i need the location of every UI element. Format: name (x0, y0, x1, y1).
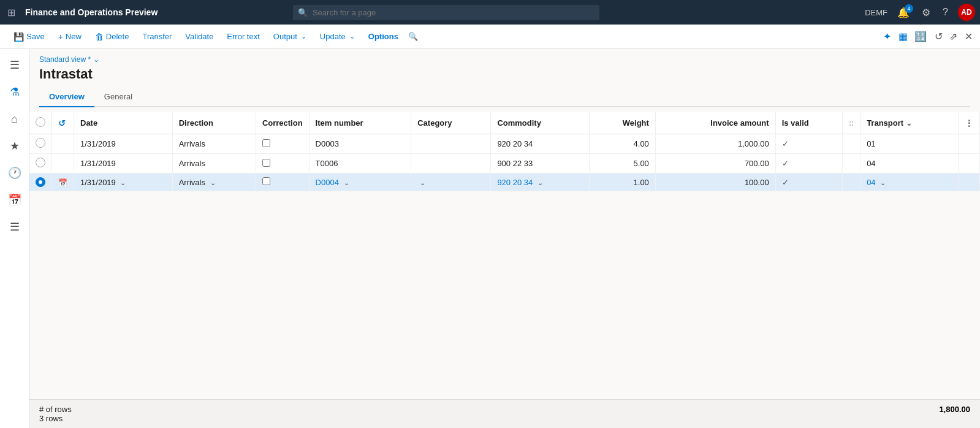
row2-is-valid: ✓ (775, 154, 843, 174)
error-text-button[interactable]: Error text (221, 29, 265, 44)
col-invoice-amount[interactable]: Invoice amount (655, 112, 775, 134)
transport-drag-icon[interactable]: :: (849, 119, 854, 128)
col-transport-resize[interactable] (955, 112, 958, 134)
col-item-number-resize[interactable] (408, 112, 411, 134)
workspaces-icon[interactable]: 📅 (4, 189, 26, 211)
output-button[interactable]: Output (267, 29, 313, 44)
col-transport[interactable]: Transport ⌄ (860, 112, 959, 134)
search-input[interactable] (293, 5, 599, 20)
tab-count-icon[interactable]: 🔢 (914, 31, 929, 42)
row3-transport-dropdown[interactable]: ⌄ (880, 179, 886, 186)
col-commodity[interactable]: Commodity (491, 112, 590, 134)
rows-count: 3 rows (39, 414, 72, 423)
row1-transport: 01 (860, 134, 959, 154)
row2-radio[interactable] (36, 158, 45, 167)
row3-commodity-dropdown[interactable]: ⌄ (537, 179, 543, 186)
row3-correction-checkbox[interactable] (262, 177, 270, 185)
recent-icon[interactable]: 🕐 (4, 162, 26, 184)
sidebar-collapse-icon[interactable]: ☰ (4, 54, 26, 76)
tab-general[interactable]: General (94, 87, 142, 107)
row3-selector-cell[interactable] (29, 174, 52, 191)
transport-sort-icon[interactable]: ⌄ (906, 119, 912, 128)
open-external-icon[interactable]: ⇗ (949, 31, 957, 42)
row2-correction[interactable] (256, 154, 309, 174)
row1-selector-cell[interactable] (29, 134, 52, 154)
top-navigation: ⊞ Finance and Operations Preview 🔍 DEMF … (0, 0, 980, 25)
row3-direction[interactable]: Arrivals ⌄ (172, 174, 256, 191)
row2-weight: 5.00 (590, 154, 656, 174)
grid-view-icon[interactable]: ▦ (898, 31, 908, 42)
favorites-icon[interactable]: ★ (4, 135, 26, 157)
col-direction[interactable]: Direction (172, 112, 256, 134)
row3-radio[interactable] (36, 177, 45, 187)
row3-item-number[interactable]: D0004 ⌄ (309, 174, 411, 191)
col-weight[interactable]: Weight (590, 112, 656, 134)
view-selector[interactable]: Standard view * ⌄ (39, 55, 970, 64)
row2-selector-cell[interactable] (29, 154, 52, 174)
col-correction-resize[interactable] (306, 112, 309, 134)
save-button[interactable]: 💾 Save (7, 29, 51, 44)
app-layout: ☰ ⚗ ⌂ ★ 🕐 📅 ☰ Standard view * ⌄ Intrasta… (0, 49, 980, 428)
row3-commodity[interactable]: 920 20 34 ⌄ (491, 174, 590, 191)
help-icon[interactable]: ? (940, 6, 951, 19)
row3-correction[interactable] (256, 174, 309, 191)
row2-item-number: T0006 (309, 154, 411, 174)
transfer-button[interactable]: Transfer (136, 29, 178, 44)
refresh-page-icon[interactable]: ↺ (935, 31, 943, 42)
row3-transport[interactable]: 04 ⌄ (860, 174, 959, 191)
search-toolbar-icon[interactable]: 🔍 (408, 32, 418, 41)
new-icon: + (58, 32, 63, 42)
settings-icon[interactable]: ⚙ (919, 6, 933, 20)
col-weight-resize[interactable] (653, 112, 655, 134)
row3-refresh-cell[interactable]: 📅 (52, 174, 74, 191)
select-all-radio[interactable] (36, 117, 45, 127)
col-item-number[interactable]: Item number (309, 112, 411, 134)
new-button[interactable]: + New (52, 29, 88, 44)
row3-category-dropdown[interactable]: ⌄ (420, 179, 425, 186)
row1-correction[interactable] (256, 134, 309, 154)
grid-menu-icon[interactable]: ⊞ (5, 4, 18, 21)
row3-weight: 1.00 (590, 174, 656, 191)
avatar[interactable]: AD (958, 4, 975, 21)
col-correction[interactable]: Correction (256, 112, 309, 134)
notification-icon[interactable]: 🔔 4 (895, 6, 912, 20)
row1-correction-checkbox[interactable] (262, 139, 270, 147)
row1-radio[interactable] (36, 138, 45, 148)
validate-button[interactable]: Validate (179, 29, 219, 44)
col-category[interactable]: Category (411, 112, 491, 134)
col-commodity-resize[interactable] (587, 112, 589, 134)
notification-badge: 4 (905, 4, 913, 13)
close-icon[interactable]: ✕ (965, 31, 973, 42)
tab-overview[interactable]: Overview (39, 87, 94, 107)
column-more-icon[interactable]: ⋮ (965, 118, 973, 128)
col-category-resize[interactable] (488, 112, 490, 134)
table-area: ↺ Date Direction Correction (29, 107, 980, 399)
personalize-icon[interactable]: ✦ (883, 31, 891, 42)
delete-button[interactable]: 🗑 Delete (89, 29, 135, 44)
row1-weight: 4.00 (590, 134, 656, 154)
refresh-column-icon[interactable]: ↺ (58, 118, 66, 128)
row1-transport-drag (843, 134, 860, 154)
col-is-valid-resize[interactable] (840, 112, 842, 134)
col-selector (29, 112, 52, 134)
menu-icon[interactable]: ☰ (4, 216, 26, 238)
col-direction-resize[interactable] (253, 112, 256, 134)
row3-item-number-dropdown[interactable]: ⌄ (344, 179, 349, 186)
update-button[interactable]: Update (314, 29, 361, 44)
col-date[interactable]: Date (74, 112, 173, 134)
options-button[interactable]: Options (362, 29, 405, 44)
row2-correction-checkbox[interactable] (262, 159, 270, 167)
col-is-valid[interactable]: Is valid (775, 112, 843, 134)
row1-invoice-amount: 1,000.00 (655, 134, 775, 154)
row3-direction-dropdown[interactable]: ⌄ (210, 179, 216, 186)
view-selector-label: Standard view * (39, 55, 91, 64)
row3-date-dropdown[interactable]: ⌄ (120, 179, 126, 186)
toolbar: 💾 Save + New 🗑 Delete Transfer Validate … (0, 25, 980, 49)
filter-sidebar-icon[interactable]: ⚗ (4, 81, 26, 103)
home-icon[interactable]: ⌂ (4, 108, 26, 130)
row3-category[interactable]: ⌄ (411, 174, 491, 191)
col-date-resize[interactable] (170, 112, 172, 134)
row3-calendar-icon[interactable]: 📅 (58, 178, 67, 187)
col-invoice-resize[interactable] (773, 112, 775, 134)
delete-icon: 🗑 (95, 32, 104, 42)
